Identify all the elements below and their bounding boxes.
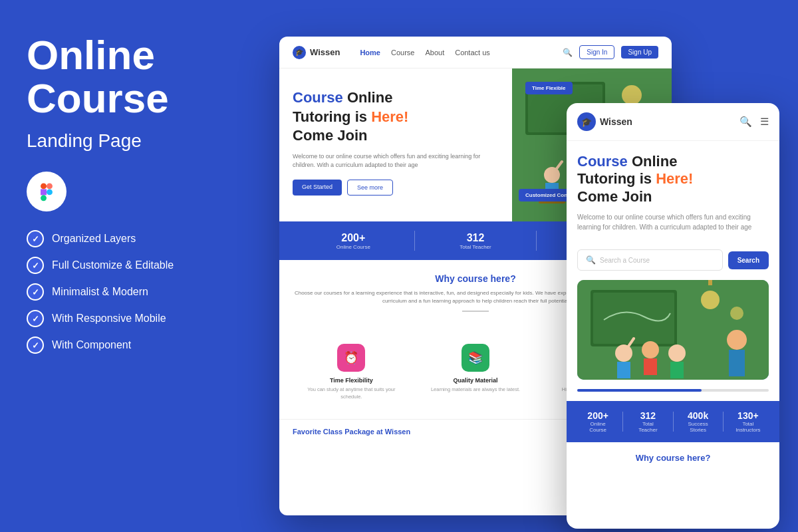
time-flexibility-title: Time Flexibility xyxy=(298,377,405,384)
time-flexibility-desc: You can study at anytime that suits your… xyxy=(298,386,405,400)
svg-rect-26 xyxy=(708,280,712,285)
svg-rect-31 xyxy=(617,362,630,378)
mobile-preview: 🎓 Wissen 🔍 ☰ Course OnlineTutoring is He… xyxy=(567,103,779,529)
main-title: Online Course xyxy=(27,33,233,120)
feature-item-organized-layers: Organized Layers xyxy=(27,230,233,247)
svg-rect-1 xyxy=(47,184,53,190)
mobile-classroom-background xyxy=(577,280,769,380)
feature-card-quality-material: 📚 Quality Material Learning materials ar… xyxy=(417,336,535,408)
nav-right: 🔍 Sign In Sign Up xyxy=(563,45,658,59)
stat-total-teacher: 312 Total Teacher xyxy=(415,232,537,250)
mobile-search-input[interactable]: 🔍 Search a Course xyxy=(577,249,723,271)
time-flexible-badge: Time Flexible xyxy=(525,82,573,94)
mobile-progress-bar xyxy=(577,389,769,392)
svg-point-34 xyxy=(668,344,686,362)
mobile-hero-description: Welcome to our online course which offer… xyxy=(577,212,769,232)
feature-item-component: With Component xyxy=(27,336,233,354)
mobile-logo: 🎓 Wissen xyxy=(577,112,632,131)
nav-logo: 🎓 Wissen xyxy=(293,46,340,59)
feature-item-minimalist: Minimalist & Modern xyxy=(27,283,233,301)
check-icon xyxy=(27,257,44,274)
svg-point-8 xyxy=(622,85,642,105)
get-started-button[interactable]: Get Started xyxy=(293,180,342,196)
desktop-nav: 🎓 Wissen Home Course About Contact us 🔍 … xyxy=(279,37,672,68)
feature-item-full-customize: Full Customize & Editable xyxy=(27,257,233,274)
nav-link-contact[interactable]: Contact us xyxy=(455,49,490,57)
svg-point-25 xyxy=(701,291,720,309)
main-subtitle: Landing Page xyxy=(27,130,233,152)
mobile-why-section: Why course here? xyxy=(567,442,779,473)
nav-link-course[interactable]: Course xyxy=(391,49,414,57)
section-divider xyxy=(462,311,489,312)
quality-material-desc: Learning materials are always the latest… xyxy=(422,386,529,394)
nav-link-about[interactable]: About xyxy=(425,49,444,57)
quality-material-title: Quality Material xyxy=(422,377,529,384)
mobile-hero-heading: Course OnlineTutoring is Here! Come Join xyxy=(577,153,769,205)
feature-card-time-flexibility: ⏰ Time Flexibility You can study at anyt… xyxy=(293,336,410,408)
mobile-classroom-image xyxy=(577,280,769,380)
svg-rect-2 xyxy=(41,190,47,196)
check-icon xyxy=(27,283,44,301)
hero-left-content: Course OnlineTutoring is Here! Come Join… xyxy=(279,68,512,221)
hero-heading: Course OnlineTutoring is Here! Come Join xyxy=(293,88,499,146)
svg-rect-3 xyxy=(41,196,47,201)
stat-online-course: 200+ Online Course xyxy=(293,232,414,250)
search-icon[interactable]: 🔍 xyxy=(563,48,573,57)
see-more-button[interactable]: See more xyxy=(347,180,393,196)
mobile-search-button[interactable]: Search xyxy=(728,251,769,269)
left-panel: Online Course Landing Page Organized Lay… xyxy=(0,0,259,532)
check-icon xyxy=(27,230,44,247)
mobile-search-bar: 🔍 Search a Course Search xyxy=(577,249,769,271)
features-list: Organized Layers Full Customize & Editab… xyxy=(27,230,233,354)
mobile-nav: 🎓 Wissen 🔍 ☰ xyxy=(567,103,779,141)
feature-item-responsive: With Responsive Mobile xyxy=(27,310,233,327)
hero-description: Welcome to our online course which offer… xyxy=(293,152,499,170)
quality-material-icon: 📚 xyxy=(462,344,489,372)
svg-rect-33 xyxy=(644,358,657,375)
svg-point-27 xyxy=(730,307,743,320)
mobile-hero: Course OnlineTutoring is Here! Come Join… xyxy=(567,141,779,249)
figma-icon xyxy=(27,172,66,211)
hero-buttons: Get Started See more xyxy=(293,180,499,196)
mobile-progress-fill xyxy=(577,389,702,392)
svg-point-28 xyxy=(727,330,747,350)
check-icon xyxy=(27,336,44,354)
mobile-stat-success-stories: 400k Success Stories xyxy=(674,410,723,433)
svg-rect-29 xyxy=(729,350,745,376)
mobile-nav-icons: 🔍 ☰ xyxy=(739,116,769,128)
svg-rect-35 xyxy=(670,362,684,378)
time-flexibility-icon: ⏰ xyxy=(337,344,365,372)
mobile-menu-icon[interactable]: ☰ xyxy=(760,116,769,128)
svg-point-4 xyxy=(47,190,53,196)
mobile-stat-total-teacher: 312 Total Teacher xyxy=(623,410,672,433)
nav-links: Home Course About Contact us xyxy=(360,49,489,57)
mobile-search-icon[interactable]: 🔍 xyxy=(739,116,752,128)
logo-hat-icon: 🎓 xyxy=(293,46,306,59)
mobile-why-title: Why course here? xyxy=(577,453,769,463)
mobile-stat-online-course: 200+ Online Course xyxy=(573,410,622,433)
signup-button[interactable]: Sign Up xyxy=(621,46,658,59)
check-icon xyxy=(27,310,44,327)
mobile-stat-total-instructors: 130+ Total Instructors xyxy=(724,410,773,433)
nav-link-home[interactable]: Home xyxy=(360,49,380,57)
svg-point-32 xyxy=(642,341,659,358)
mobile-logo-hat-icon: 🎓 xyxy=(577,112,596,131)
signin-button[interactable]: Sign In xyxy=(579,45,614,59)
svg-rect-0 xyxy=(41,184,47,190)
mobile-stats-bar: 200+ Online Course 312 Total Teacher 400… xyxy=(567,401,779,442)
